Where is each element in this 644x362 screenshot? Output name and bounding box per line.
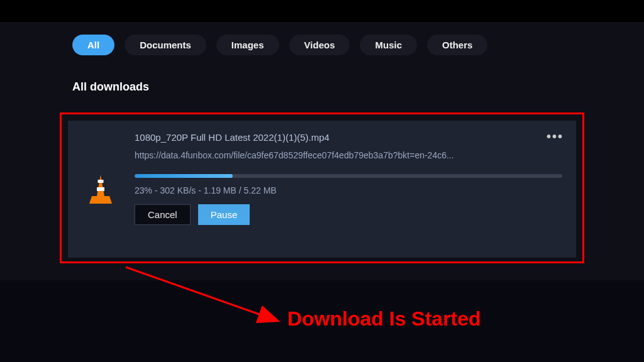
more-options-icon[interactable]: •••	[547, 129, 564, 144]
file-icon-column	[82, 132, 119, 246]
svg-rect-1	[97, 187, 104, 191]
annotation-highlight-box: ••• 1080p_720P Full HD Latest 2022(1)(1)…	[60, 112, 584, 263]
filter-tab-row: All Documents Images Videos Music Others	[25, 35, 619, 55]
section-heading: All downloads	[25, 80, 619, 94]
tab-all[interactable]: All	[72, 35, 114, 55]
download-details: 1080p_720P Full HD Latest 2022(1)(1)(5).…	[135, 132, 562, 246]
progress-status-text: 23% - 302 KB/s - 1.19 MB / 5.22 MB	[135, 185, 562, 195]
action-button-row: Cancel Pause	[135, 204, 562, 225]
main-panel: All Documents Images Videos Music Others…	[0, 22, 644, 292]
tab-music[interactable]: Music	[360, 35, 417, 55]
download-url: https://data.4funbox.com/file/ca9fe67d85…	[135, 150, 562, 160]
svg-rect-0	[98, 180, 104, 183]
tab-videos[interactable]: Videos	[289, 35, 350, 55]
download-filename: 1080p_720P Full HD Latest 2022(1)(1)(5).…	[135, 132, 562, 143]
tab-others[interactable]: Others	[427, 35, 487, 55]
vlc-cone-icon	[87, 173, 114, 205]
cancel-button[interactable]: Cancel	[135, 204, 191, 225]
tab-documents[interactable]: Documents	[125, 35, 206, 55]
progress-bar	[135, 174, 562, 178]
tab-images[interactable]: Images	[216, 35, 279, 55]
download-item: ••• 1080p_720P Full HD Latest 2022(1)(1)…	[68, 121, 576, 258]
pause-button[interactable]: Pause	[198, 204, 250, 225]
window-top-bar	[0, 0, 644, 22]
annotation-text: Download Is Started	[287, 307, 481, 331]
progress-fill	[135, 174, 233, 178]
